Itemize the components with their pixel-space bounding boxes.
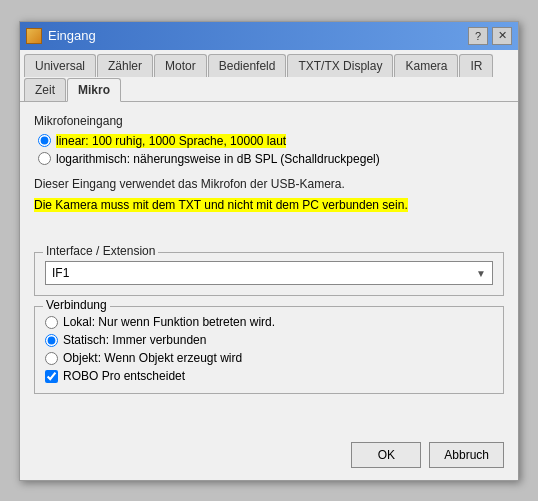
mikrofoneingang-radio-group: linear: 100 ruhig, 1000 Sprache, 10000 l… <box>38 134 504 166</box>
tab-ir[interactable]: IR <box>459 54 493 77</box>
cancel-button[interactable]: Abbruch <box>429 442 504 468</box>
radio-log-label: logarithmisch: näherungsweise in dB SPL … <box>56 152 380 166</box>
radio-linear-row[interactable]: linear: 100 ruhig, 1000 Sprache, 10000 l… <box>38 134 504 148</box>
radio-log[interactable] <box>38 152 51 165</box>
title-bar: Eingang ? ✕ <box>20 22 518 50</box>
tab-universal[interactable]: Universal <box>24 54 96 77</box>
robo-pro-checkbox[interactable] <box>45 370 58 383</box>
info-text: Dieser Eingang verwendet das Mikrofon de… <box>34 176 504 193</box>
verbindung-objekt-row[interactable]: Objekt: Wenn Objekt erzeugt wird <box>45 351 493 365</box>
select-dropdown-icon: ▼ <box>476 268 486 279</box>
content-area: Mikrofoneingang linear: 100 ruhig, 1000 … <box>20 102 518 434</box>
radio-log-row[interactable]: logarithmisch: näherungsweise in dB SPL … <box>38 152 504 166</box>
app-icon <box>26 28 42 44</box>
verbindung-objekt-label: Objekt: Wenn Objekt erzeugt wird <box>63 351 242 365</box>
interface-select[interactable]: IF1 ▼ <box>45 261 493 285</box>
interface-value: IF1 <box>52 266 69 280</box>
interface-group-label: Interface / Extension <box>43 244 158 258</box>
ok-button[interactable]: OK <box>351 442 421 468</box>
close-button[interactable]: ✕ <box>492 27 512 45</box>
help-button[interactable]: ? <box>468 27 488 45</box>
verbindung-statisch-row[interactable]: Statisch: Immer verbunden <box>45 333 493 347</box>
radio-linear-label: linear: 100 ruhig, 1000 Sprache, 10000 l… <box>56 134 286 148</box>
verbindung-lokal-radio[interactable] <box>45 316 58 329</box>
title-bar-buttons: ? ✕ <box>468 27 512 45</box>
verbindung-statisch-radio[interactable] <box>45 334 58 347</box>
dialog: Eingang ? ✕ Universal Zähler Motor Bedie… <box>19 21 519 481</box>
radio-linear[interactable] <box>38 134 51 147</box>
robo-pro-label: ROBO Pro entscheidet <box>63 369 185 383</box>
tab-bar: Universal Zähler Motor Bedienfeld TXT/TX… <box>20 50 518 102</box>
verbindung-group-label: Verbindung <box>43 298 110 312</box>
title-bar-left: Eingang <box>26 28 96 44</box>
tab-motor[interactable]: Motor <box>154 54 207 77</box>
tab-kamera[interactable]: Kamera <box>394 54 458 77</box>
interface-select-row: IF1 ▼ <box>45 261 493 285</box>
verbindung-lokal-label: Lokal: Nur wenn Funktion betreten wird. <box>63 315 275 329</box>
verbindung-lokal-row[interactable]: Lokal: Nur wenn Funktion betreten wird. <box>45 315 493 329</box>
verbindung-group: Verbindung Lokal: Nur wenn Funktion betr… <box>34 306 504 394</box>
highlight-warning-text: Die Kamera muss mit dem TXT und nicht mi… <box>34 198 408 212</box>
button-row: OK Abbruch <box>20 434 518 480</box>
robo-pro-row[interactable]: ROBO Pro entscheidet <box>45 369 493 383</box>
verbindung-statisch-label: Statisch: Immer verbunden <box>63 333 206 347</box>
dialog-title: Eingang <box>48 28 96 43</box>
tab-txttx[interactable]: TXT/TX Display <box>287 54 393 77</box>
tab-mikro[interactable]: Mikro <box>67 78 121 102</box>
interface-group: Interface / Extension IF1 ▼ <box>34 252 504 296</box>
verbindung-objekt-radio[interactable] <box>45 352 58 365</box>
mikrofoneingang-label: Mikrofoneingang <box>34 114 504 128</box>
tab-zeit[interactable]: Zeit <box>24 78 66 101</box>
tab-zaehler[interactable]: Zähler <box>97 54 153 77</box>
tab-bedienfeld[interactable]: Bedienfeld <box>208 54 287 77</box>
